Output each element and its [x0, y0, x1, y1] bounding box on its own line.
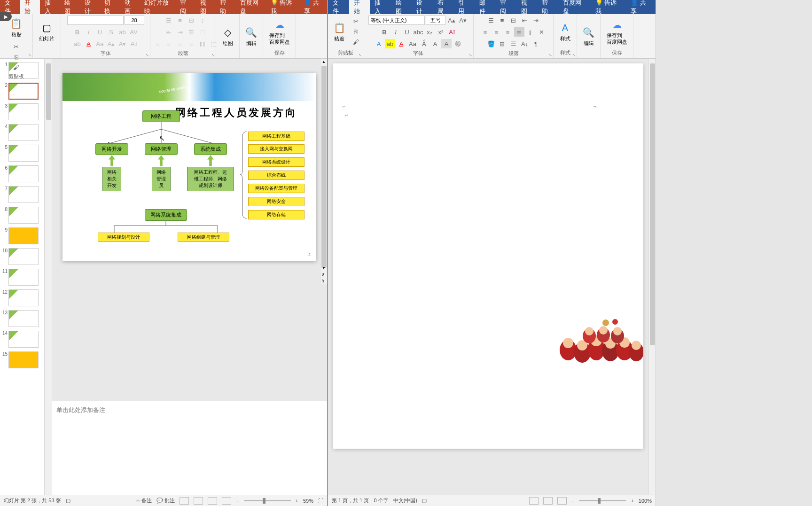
accessibility-icon[interactable]: ▢: [422, 498, 427, 504]
shrink-font-button[interactable]: A▾: [117, 39, 128, 48]
format-painter-icon[interactable]: 🖌: [351, 38, 361, 47]
decrease-indent-button[interactable]: ⇤: [520, 16, 530, 25]
notes-pane[interactable]: 单击此处添加备注: [52, 401, 327, 495]
slide-thumb[interactable]: 3: [0, 102, 44, 122]
read-mode-icon[interactable]: [529, 497, 539, 505]
format-painter-icon[interactable]: 🖌: [11, 62, 22, 72]
justify-button[interactable]: ≡: [186, 39, 196, 48]
font-color-button[interactable]: A: [84, 39, 94, 48]
sort-button[interactable]: A↓: [520, 39, 530, 48]
zoom-slider[interactable]: [244, 500, 291, 501]
editing-button[interactable]: 🔍编辑: [242, 24, 261, 49]
dialog-launcher-icon[interactable]: ⤡: [469, 53, 472, 57]
show-marks-button[interactable]: ¶: [531, 39, 541, 48]
baidu-save-button[interactable]: ☁保存到 百度网盘: [266, 16, 293, 47]
word-page-area[interactable]: ⌐ ¬ ↵: [328, 59, 648, 495]
editing-button[interactable]: 🔍编辑: [579, 24, 598, 49]
slide-thumbnail-panel[interactable]: 1 2 3 4 5 6 7 8 9 10 11 12 13 14 15: [0, 59, 45, 495]
highlight-button[interactable]: ab: [385, 39, 395, 48]
slide-thumb[interactable]: 7: [0, 185, 44, 204]
slide-thumb[interactable]: 14: [0, 329, 44, 349]
slide-thumb[interactable]: 5: [0, 143, 44, 163]
enclose-char-button[interactable]: ㊯: [453, 39, 463, 48]
zoom-slider[interactable]: [579, 500, 626, 501]
slideshow-view-icon[interactable]: [222, 497, 231, 505]
next-slide-icon[interactable]: ⊻: [322, 279, 325, 283]
zoom-in-button[interactable]: +: [631, 498, 633, 504]
cut-icon[interactable]: ✂: [11, 42, 22, 51]
language-status[interactable]: 中文(中国): [393, 497, 417, 504]
font-family-select[interactable]: [368, 16, 425, 25]
slide-canvas[interactable]: 网络工程人员发展方向 网络工程 网络开发 网络管理 系统集成: [62, 73, 316, 261]
copy-icon[interactable]: ⎘: [11, 52, 22, 62]
text-direction-button[interactable]: ↕: [197, 16, 208, 25]
dialog-launcher-icon[interactable]: ⤡: [28, 53, 31, 57]
thumb-scrollbar[interactable]: [45, 59, 52, 495]
font-family-select[interactable]: [67, 16, 124, 25]
align-left-button[interactable]: ≡: [480, 27, 491, 37]
increase-indent-button[interactable]: ⇥: [175, 27, 185, 37]
zoom-out-button[interactable]: −: [571, 498, 574, 504]
align-text-button[interactable]: □: [197, 27, 208, 37]
slide-thumb[interactable]: 6: [0, 164, 44, 184]
comments-toggle[interactable]: 💬 批注: [156, 497, 175, 504]
normal-view-icon[interactable]: [180, 497, 189, 505]
numbering-button[interactable]: ≡: [175, 16, 185, 25]
asian-layout-button[interactable]: ✕: [537, 27, 547, 37]
list-level-button[interactable]: ⊟: [186, 16, 196, 25]
phonetic-button[interactable]: A̐: [419, 39, 429, 48]
spacing-button[interactable]: AV: [129, 27, 139, 37]
underline-button[interactable]: U: [95, 27, 105, 37]
dialog-launcher-icon[interactable]: ⤡: [359, 53, 362, 57]
align-left-button[interactable]: ≡: [152, 39, 163, 48]
align-right-button[interactable]: ≡: [503, 27, 513, 37]
text-effects-button[interactable]: A: [374, 39, 384, 48]
slide-thumb[interactable]: 11: [0, 267, 44, 287]
italic-button[interactable]: I: [390, 27, 401, 37]
superscript-button[interactable]: x²: [436, 27, 446, 37]
drawing-button[interactable]: ◇绘图: [219, 24, 237, 49]
slide-thumb[interactable]: 15: [0, 350, 44, 370]
slide-thumb[interactable]: 2: [0, 81, 44, 101]
change-case-button[interactable]: Aa: [407, 39, 418, 48]
shading-button[interactable]: 🪣: [486, 39, 496, 48]
font-color-button[interactable]: A: [396, 39, 406, 48]
grow-font-button[interactable]: A▴: [106, 39, 117, 48]
justify-button[interactable]: ≣: [514, 27, 524, 37]
bold-button[interactable]: B: [72, 27, 83, 37]
zoom-out-button[interactable]: −: [236, 498, 239, 504]
highlight-button[interactable]: ab: [72, 39, 83, 48]
multilevel-button[interactable]: ⊟: [508, 16, 519, 25]
zoom-level[interactable]: 59%: [303, 498, 313, 504]
line-spacing-button[interactable]: ☰: [186, 27, 196, 37]
char-shading-button[interactable]: A: [441, 39, 452, 48]
slide-thumb[interactable]: 8: [0, 205, 44, 225]
strikethrough-button[interactable]: abc: [413, 27, 423, 37]
zoom-in-button[interactable]: +: [296, 498, 298, 504]
shrink-font-button[interactable]: A▾: [458, 16, 468, 25]
clear-format-button[interactable]: A⃠: [447, 27, 457, 37]
word-scrollbar[interactable]: [648, 59, 656, 495]
dialog-launcher-icon[interactable]: ⤡: [146, 53, 149, 57]
bullets-button[interactable]: ☰: [164, 16, 174, 25]
align-center-button[interactable]: ≡: [492, 27, 502, 37]
word-page[interactable]: ⌐ ¬ ↵: [333, 63, 643, 449]
expand-panel-button[interactable]: ▶: [0, 12, 12, 21]
line-spacing-button[interactable]: ☰: [508, 39, 519, 48]
subscript-button[interactable]: x₂: [424, 27, 435, 37]
change-case-button[interactable]: Aa: [95, 39, 105, 48]
distribute-button[interactable]: ⫿: [525, 27, 536, 37]
decrease-indent-button[interactable]: ⇤: [164, 27, 174, 37]
strikethrough-button[interactable]: S: [106, 27, 117, 37]
new-slide-button[interactable]: ▢幻灯片: [36, 19, 57, 44]
web-layout-icon[interactable]: [557, 497, 567, 505]
prev-slide-icon[interactable]: ⊼: [322, 272, 325, 277]
slide-thumb[interactable]: 4: [0, 123, 44, 142]
grow-font-button[interactable]: A▴: [446, 16, 457, 25]
clear-format-button[interactable]: A⃠: [129, 39, 139, 48]
dialog-launcher-icon[interactable]: ⤡: [211, 53, 215, 57]
numbering-button[interactable]: ≡: [497, 16, 508, 25]
print-layout-icon[interactable]: [543, 497, 553, 505]
baidu-save-button[interactable]: ☁保存到 百度网盘: [604, 16, 630, 47]
align-center-button[interactable]: ≡: [164, 39, 174, 48]
